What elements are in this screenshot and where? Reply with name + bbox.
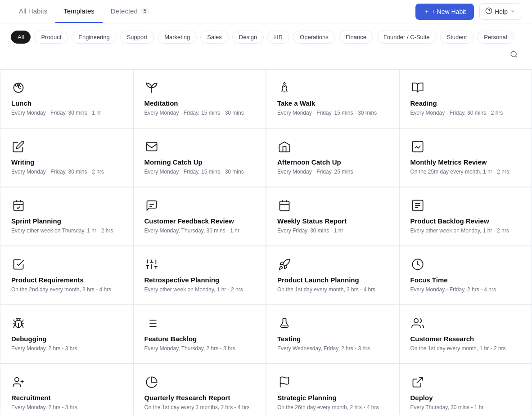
habit-lunch[interactable]: Lunch Every Monday - Friday, 30 mins - 1… [0,69,133,128]
habit-desc: Every Monday - Friday, 15 mins - 30 mins [144,109,255,117]
filter-engineering[interactable]: Engineering [72,31,116,44]
habit-desc: Every Monday - Friday, 15 mins - 30 mins [144,168,255,176]
task-check-icon [11,257,26,272]
filter-finance[interactable]: Finance [339,31,373,44]
help-button[interactable]: Help [479,3,521,20]
external-link-icon [410,375,425,389]
habits-grid: Lunch Every Monday - Friday, 30 mins - 1… [0,69,532,415]
filter-founder[interactable]: Founder / C-Suite [377,31,437,44]
habit-desc: On the 26th day every month, 2 hrs - 4 h… [277,403,388,411]
habit-title: Customer Feedback Review [144,217,255,225]
filter-hr[interactable]: HR [267,31,289,44]
habit-debugging[interactable]: Debugging Every Monday, 2 hrs - 3 hrs [0,305,133,364]
habit-weekly-status[interactable]: Weekly Status Report Every Friday, 30 mi… [266,187,399,246]
meditation-icon [144,80,159,95]
flask-icon [277,316,292,330]
habit-desc: Every Monday - Friday, 30 mins - 2 hrs [410,109,521,117]
filter-operations[interactable]: Operations [293,31,335,44]
clock-icon [410,257,425,272]
filter-design[interactable]: Design [232,31,264,44]
tab-templates[interactable]: Templates [55,0,102,23]
habit-feature-backlog[interactable]: Feature Backlog Every Monday, Thursday, … [133,305,266,364]
sliders-icon [144,257,159,272]
detected-badge: 5 [140,8,150,15]
habit-title: Morning Catch Up [144,158,255,166]
habit-product-backlog[interactable]: Product Backlog Review Every other week … [399,187,532,246]
habit-title: Deploy [410,394,521,402]
habit-desc: Every Monday, Thursday, 30 mins - 1 hr [144,227,255,235]
habit-deploy[interactable]: Deploy Every Thursday, 30 mins - 1 hr [399,364,532,415]
svg-point-30 [511,51,516,57]
habit-customer-feedback[interactable]: Customer Feedback Review Every Monday, T… [133,187,266,246]
habit-desc: On the 1st day every 3 months, 2 hrs - 4… [144,403,255,411]
tab-all-habits[interactable]: All Habits [11,0,55,23]
filter-personal[interactable]: Personal [477,31,514,44]
habit-title: Quarterly Research Report [144,394,255,402]
chevron-down-icon [510,8,515,15]
habit-title: Meditation [144,99,255,107]
filter-all[interactable]: All [11,31,31,44]
habit-desc: Every Monday - Friday, 30 mins - 2 hrs [11,168,122,176]
habit-writing[interactable]: Writing Every Monday - Friday, 30 mins -… [0,128,133,187]
chat-icon [144,198,159,213]
habit-title: Debugging [11,335,122,343]
habit-title: Product Backlog Review [410,217,521,225]
search-button[interactable] [507,47,521,62]
habit-product-requirements[interactable]: Product Requirements On the 2nd day ever… [0,246,133,305]
habit-retrospective[interactable]: Retrospective Planning Every other week … [133,246,266,305]
help-icon [485,7,492,16]
habit-desc: Every Monday - Friday, 15 mins - 30 mins [277,109,388,117]
habit-focus-time[interactable]: Focus Time Every Monday - Friday, 2 hrs … [399,246,532,305]
habit-title: Take a Walk [277,99,388,107]
plus-icon: ＋ [424,8,430,16]
habit-testing[interactable]: Testing Every Wednesday, Friday, 2 hrs -… [266,305,399,364]
habit-product-launch[interactable]: Product Launch Planning On the 1st day e… [266,246,399,305]
filter-sales[interactable]: Sales [200,31,229,44]
filter-product[interactable]: Product [34,31,68,44]
habit-title: Product Launch Planning [277,276,388,284]
habit-title: Retrospective Planning [144,276,255,284]
habit-sprint-planning[interactable]: Sprint Planning Every other week on Thur… [0,187,133,246]
filter-student[interactable]: Student [440,31,474,44]
habit-monthly-metrics[interactable]: Monthly Metrics Review On the 25th day e… [399,128,532,187]
habit-afternoon-catchup[interactable]: Afternoon Catch Up Every Monday - Friday… [266,128,399,187]
svg-point-29 [486,8,492,13]
habit-reading[interactable]: Reading Every Monday - Friday, 30 mins -… [399,69,532,128]
habit-walk[interactable]: Take a Walk Every Monday - Friday, 15 mi… [266,69,399,128]
habit-title: Lunch [11,99,122,107]
habit-meditation[interactable]: Meditation Every Monday - Friday, 15 min… [133,69,266,128]
tab-list: All Habits Templates Detected 5 [11,0,158,23]
habit-morning-catchup[interactable]: Morning Catch Up Every Monday - Friday, … [133,128,266,187]
filter-marketing[interactable]: Marketing [158,31,197,44]
habit-customer-research[interactable]: Customer Research On the 1st day every m… [399,305,532,364]
user-plus-icon [11,375,26,389]
habit-desc: Every Monday, Thursday, 2 hrs - 3 hrs [144,344,255,353]
email-icon [144,139,159,154]
new-habit-button[interactable]: ＋ + New Habit [415,4,474,20]
habit-title: Strategic Planning [277,394,388,402]
habit-desc: Every Monday, 2 hrs - 3 hrs [11,403,122,411]
filter-support[interactable]: Support [120,31,154,44]
habit-desc: Every other week on Monday, 1 hr - 2 hrs [144,286,255,294]
reading-icon [410,80,425,95]
habit-title: Product Requirements [11,276,122,284]
top-nav: All Habits Templates Detected 5 ＋ + New … [0,0,532,23]
lunch-icon [11,80,26,95]
habit-title: Focus Time [410,276,521,284]
habit-recruitment[interactable]: Recruitment Every Monday, 2 hrs - 3 hrs [0,364,133,415]
habit-desc: Every other week on Monday, 1 hr - 2 hrs [410,227,521,235]
habit-desc: On the 2nd day every month, 3 hrs - 4 hr… [11,286,122,294]
pie-chart-icon [144,375,159,389]
habit-title: Customer Research [410,335,521,343]
habit-desc: Every Monday - Friday, 25 mins [277,168,388,176]
habit-quarterly-report[interactable]: Quarterly Research Report On the 1st day… [133,364,266,415]
tab-detected[interactable]: Detected 5 [103,0,158,23]
habit-title: Writing [11,158,122,166]
habit-title: Weekly Status Report [277,217,388,225]
writing-icon [11,139,26,154]
habit-strategic-planning[interactable]: Strategic Planning On the 26th day every… [266,364,399,415]
list-icon [144,316,159,330]
header-right: ＋ + New Habit Help [415,3,521,20]
habit-title: Monthly Metrics Review [410,158,521,166]
habit-desc: On the 1st day every month, 1 hr - 2 hrs [410,344,521,353]
